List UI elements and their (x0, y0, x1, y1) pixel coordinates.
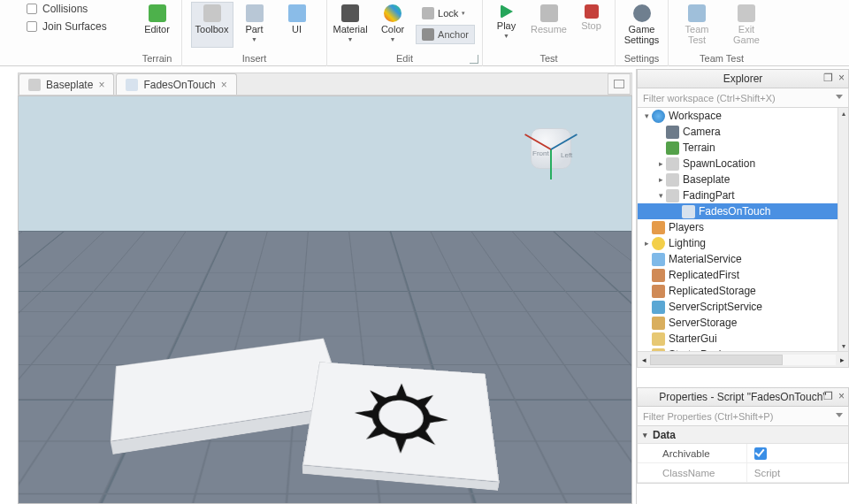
anchor-button[interactable]: Anchor (416, 25, 475, 44)
property-value[interactable] (747, 444, 848, 462)
editor-button[interactable]: Editor (136, 2, 179, 48)
resume-icon (540, 4, 558, 22)
color-label: Color (381, 24, 404, 34)
tab-baseplate[interactable]: Baseplate × (19, 73, 114, 95)
play-button[interactable]: Play ▼ (486, 2, 528, 48)
chevron-down-icon[interactable]: ▾ (643, 431, 647, 439)
3d-viewport[interactable]: Front Left (18, 95, 632, 504)
lighting-icon (652, 237, 665, 250)
tree-node-fadesontouch[interactable]: FadesOnTouch (638, 203, 838, 219)
ribbon: Collisions Join Surfaces Editor Terrain … (0, 0, 849, 66)
tree-node-lighting[interactable]: ▸Lighting (638, 235, 838, 251)
scroll-left-icon[interactable]: ◂ (638, 355, 650, 364)
tree-node-baseplate[interactable]: ▸Baseplate (638, 172, 838, 187)
material-label: Material (333, 24, 368, 34)
ribbon-groups: Editor Terrain Toolbox Part ▼ UI (133, 0, 849, 66)
tree-node-camera[interactable]: Camera (638, 124, 838, 140)
material-button[interactable]: Material ▼ (329, 2, 371, 48)
game-settings-button[interactable]: GameSettings (617, 2, 667, 48)
scroll-right-icon[interactable]: ▸ (836, 355, 848, 364)
ribbon-group-terrain: Editor Terrain (133, 0, 182, 66)
stop-button[interactable]: Stop (570, 2, 613, 48)
team-test-button[interactable]: TeamTest (672, 2, 722, 48)
scroll-down-icon[interactable]: ▾ (838, 340, 849, 351)
spawn-icon (666, 157, 679, 171)
properties-filter-placeholder: Filter Properties (Ctrl+Shift+P) (643, 411, 773, 422)
ui-button[interactable]: UI (276, 2, 318, 48)
close-icon[interactable]: × (98, 79, 104, 91)
tree-node-players[interactable]: Players (638, 219, 838, 235)
tree-node-replicatedstorage[interactable]: ReplicatedStorage (638, 283, 838, 299)
chevron-right-icon[interactable]: ▸ (641, 239, 652, 248)
insert-group-label: Insert (182, 50, 326, 66)
part-button[interactable]: Part ▼ (233, 2, 276, 48)
tree-node-materialservice[interactable]: MaterialService (638, 251, 838, 267)
properties-filter-input[interactable]: Filter Properties (Ctrl+Shift+P) (637, 407, 849, 426)
tree-node-spawnlocation[interactable]: ▸SpawnLocation (638, 156, 838, 172)
resume-label: Resume (531, 24, 567, 34)
tree-node-workspace[interactable]: ▾Workspace (638, 108, 838, 124)
workspace-icon (652, 110, 665, 123)
tree-node-serverscriptservice[interactable]: ServerScriptService (638, 299, 838, 315)
settings-group-label: Settings (616, 50, 668, 66)
material-service-icon (652, 253, 665, 266)
properties-category-data[interactable]: ▾ Data (638, 426, 848, 444)
properties-title-bar[interactable]: Properties - Script "FadesOnTouch" ❐ × (637, 387, 849, 407)
color-button[interactable]: Color ▼ (371, 2, 414, 48)
scroll-thumb[interactable] (650, 355, 783, 365)
anchor-label: Anchor (438, 29, 469, 40)
ribbon-group-test: Play ▼ Resume Stop Test (483, 0, 616, 66)
replicated-storage-icon (652, 285, 665, 298)
node-label: Workspace (669, 110, 722, 122)
close-icon[interactable]: × (838, 390, 845, 402)
tree-node-startergui[interactable]: StarterGui (638, 331, 838, 347)
toolbox-button[interactable]: Toolbox (191, 2, 233, 48)
chevron-down-icon[interactable]: ▾ (655, 191, 666, 200)
join-surfaces-label: Join Surfaces (42, 20, 107, 33)
explorer-horizontal-scrollbar[interactable]: ◂ ▸ (638, 351, 848, 367)
stop-icon (585, 4, 599, 19)
scroll-up-icon[interactable]: ▴ (838, 108, 849, 118)
toolbox-icon (203, 4, 221, 22)
exit-game-button[interactable]: ExitGame (722, 2, 771, 48)
resume-button[interactable]: Resume (528, 2, 570, 48)
ui-icon (288, 4, 306, 22)
chevron-right-icon[interactable]: ▸ (655, 175, 666, 184)
explorer-filter-placeholder: Filter workspace (Ctrl+Shift+X) (643, 93, 776, 103)
document-tabstrip: Baseplate × FadesOnTouch × (18, 73, 632, 95)
players-icon (652, 221, 665, 234)
explorer-filter-input[interactable]: Filter workspace (Ctrl+Shift+X) (637, 88, 849, 108)
undock-icon[interactable]: ❐ (823, 72, 833, 84)
tree-node-fadingpart[interactable]: ▾FadingPart (638, 187, 838, 203)
chevron-down-icon[interactable]: ▾ (641, 111, 652, 120)
part-face-top (302, 362, 500, 482)
collisions-checkbox[interactable]: Collisions (27, 0, 133, 18)
gear-icon (633, 4, 651, 22)
material-icon (341, 4, 359, 22)
property-row-archivable[interactable]: Archivable (638, 444, 848, 463)
close-icon[interactable]: × (221, 79, 227, 91)
scroll-track[interactable] (650, 355, 836, 365)
explorer-title-bar[interactable]: Explorer ❐ × (637, 69, 849, 88)
edit-dialog-launcher-icon[interactable] (470, 55, 478, 64)
explorer-vertical-scrollbar[interactable]: ▴ ▾ (838, 108, 848, 351)
node-label: ServerStorage (669, 317, 737, 329)
tree-node-replicatedfirst[interactable]: ReplicatedFirst (638, 267, 838, 283)
tab-fades-on-touch[interactable]: FadesOnTouch × (116, 73, 236, 95)
orientation-gizmo[interactable]: Front Left (515, 123, 585, 194)
dropdown-icon[interactable] (836, 413, 843, 417)
tree-node-serverstorage[interactable]: ServerStorage (638, 315, 838, 331)
lock-button[interactable]: Lock ▾ (416, 4, 475, 23)
chevron-right-icon[interactable]: ▸ (655, 159, 666, 168)
node-label: Baseplate (683, 173, 730, 186)
edit-group-label: Edit (327, 50, 482, 66)
dropdown-icon[interactable] (836, 95, 843, 99)
join-surfaces-checkbox[interactable]: Join Surfaces (27, 18, 133, 35)
team-test-icon (688, 4, 706, 22)
property-key: ClassName (638, 463, 747, 482)
tree-node-terrain[interactable]: Terrain (638, 140, 838, 156)
viewport-window-button[interactable] (608, 73, 631, 95)
close-icon[interactable]: × (838, 72, 845, 84)
undock-icon[interactable]: ❐ (823, 390, 833, 402)
checkbox-checked-icon[interactable] (754, 447, 767, 460)
